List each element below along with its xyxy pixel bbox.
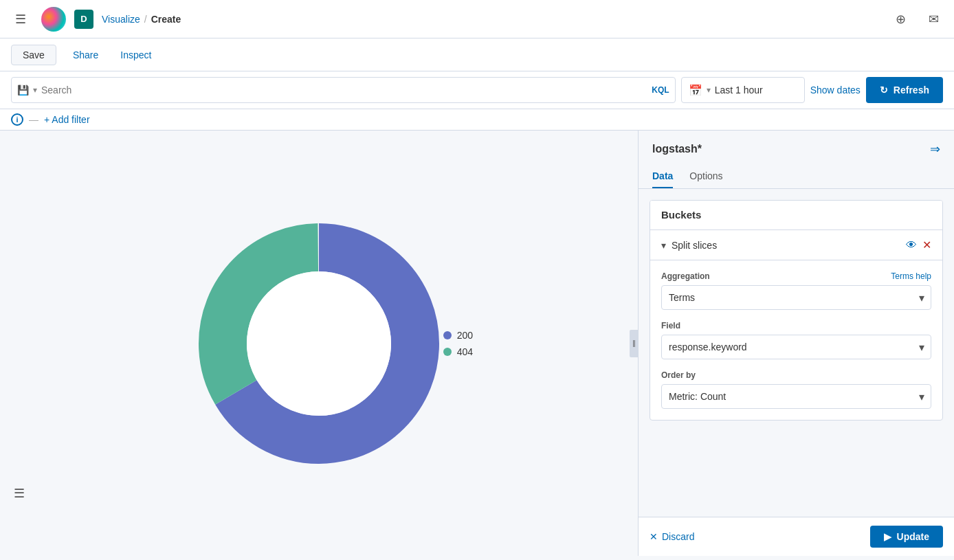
tab-options[interactable]: Options bbox=[689, 165, 722, 188]
time-picker[interactable]: 📅 ▾ Last 1 hour bbox=[681, 77, 805, 103]
panel-body: Buckets ▾ Split slices 👁 ✕ Aggregation bbox=[639, 189, 954, 517]
mail-icon-button[interactable]: ✉ bbox=[921, 7, 946, 32]
add-filter-row: i — + Add filter bbox=[0, 109, 954, 131]
order-by-label: Order by bbox=[661, 370, 931, 380]
info-icon[interactable]: i bbox=[11, 113, 23, 126]
legend-item: 200 bbox=[443, 330, 473, 341]
form-section: Aggregation Terms help Terms Field bbox=[650, 260, 942, 420]
panel-tabs: Data Options bbox=[639, 165, 954, 189]
tab-data[interactable]: Data bbox=[652, 165, 673, 188]
toolbar: Save Share Inspect bbox=[0, 38, 954, 71]
aggregation-select[interactable]: Terms bbox=[661, 285, 931, 310]
split-slices-label: Split slices bbox=[672, 240, 900, 251]
query-bar: 💾 ▾ KQL bbox=[11, 77, 676, 103]
chart-legend: 200 404 bbox=[443, 330, 473, 357]
top-navigation: ☰ D Visualize / Create ⊕ ✉ bbox=[0, 0, 954, 38]
order-by-select-wrapper: Metric: Count bbox=[661, 384, 931, 409]
show-dates-button[interactable]: Show dates bbox=[810, 85, 861, 96]
field-select[interactable]: response.keyword bbox=[661, 335, 931, 359]
mail-icon: ✉ bbox=[929, 12, 939, 27]
hamburger-menu-button[interactable]: ☰ bbox=[8, 7, 33, 32]
aggregation-row-header: Aggregation Terms help bbox=[661, 271, 931, 281]
main-content: 200 404 ‖ ☰ logstash* ⇒ Data Options Buc bbox=[0, 131, 954, 556]
terms-help-link[interactable]: Terms help bbox=[891, 271, 931, 281]
kibana-logo bbox=[41, 7, 66, 32]
update-button[interactable]: ▶ Update bbox=[870, 526, 943, 548]
filter-bar: 💾 ▾ KQL 📅 ▾ Last 1 hour Show dates ↻ Ref… bbox=[0, 71, 954, 109]
breadcrumb: Visualize / Create bbox=[102, 14, 181, 25]
refresh-button[interactable]: ↻ Refresh bbox=[866, 77, 943, 103]
donut-chart bbox=[181, 206, 456, 481]
split-chevron-icon[interactable]: ▾ bbox=[661, 240, 666, 251]
legend-label-404: 404 bbox=[457, 346, 473, 357]
split-slices-row: ▾ Split slices 👁 ✕ bbox=[650, 230, 942, 260]
breadcrumb-separator: / bbox=[144, 14, 147, 25]
aggregation-field: Aggregation Terms help Terms bbox=[661, 271, 931, 310]
legend-dot-200 bbox=[443, 331, 452, 339]
discard-icon: ✕ bbox=[650, 531, 658, 542]
order-by-select[interactable]: Metric: Count bbox=[661, 384, 931, 409]
panel-footer: ✕ Discard ▶ Update bbox=[639, 517, 954, 556]
time-picker-label: Last 1 hour bbox=[715, 85, 797, 96]
help-icon-button[interactable]: ⊕ bbox=[888, 7, 913, 32]
refresh-icon: ↻ bbox=[880, 85, 888, 96]
help-icon: ⊕ bbox=[896, 12, 906, 27]
visualize-breadcrumb-link[interactable]: Visualize bbox=[102, 14, 140, 25]
buckets-title: Buckets bbox=[661, 209, 701, 221]
donut-svg bbox=[181, 206, 456, 481]
donut-hole bbox=[247, 271, 391, 416]
user-avatar: D bbox=[74, 10, 93, 29]
inspect-button[interactable]: Inspect bbox=[115, 47, 157, 63]
buckets-header: Buckets bbox=[650, 201, 942, 230]
add-filter-button[interactable]: + Add filter bbox=[44, 114, 90, 125]
save-query-chevron[interactable]: ▾ bbox=[33, 85, 37, 95]
save-button[interactable]: Save bbox=[11, 45, 56, 65]
panel-header: logstash* ⇒ bbox=[639, 131, 954, 157]
kql-badge[interactable]: KQL bbox=[652, 85, 669, 95]
calendar-icon: 📅 bbox=[689, 84, 702, 97]
chart-area: 200 404 ‖ ☰ bbox=[0, 131, 638, 556]
share-button[interactable]: Share bbox=[67, 47, 104, 63]
field-select-wrapper: response.keyword bbox=[661, 335, 931, 359]
aggregation-select-wrapper: Terms bbox=[661, 285, 931, 310]
legend-dot-404 bbox=[443, 348, 452, 356]
list-icon[interactable]: ☰ bbox=[14, 486, 25, 501]
create-breadcrumb: Create bbox=[151, 14, 181, 25]
update-play-icon: ▶ bbox=[884, 531, 891, 542]
filter-dash: — bbox=[29, 114, 38, 125]
buckets-card: Buckets ▾ Split slices 👁 ✕ Aggregation bbox=[650, 200, 943, 421]
order-by-row: Order by Metric: Count bbox=[661, 370, 931, 409]
split-close-icon[interactable]: ✕ bbox=[922, 238, 931, 251]
panel-expand-icon[interactable]: ⇒ bbox=[930, 142, 940, 157]
right-panel: logstash* ⇒ Data Options Buckets ▾ Split… bbox=[638, 131, 954, 556]
time-picker-chevron: ▾ bbox=[707, 85, 711, 95]
save-query-icon: 💾 bbox=[17, 85, 29, 96]
legend-item: 404 bbox=[443, 346, 473, 357]
field-row: Field response.keyword bbox=[661, 321, 931, 359]
panel-collapse-handle[interactable]: ‖ bbox=[630, 330, 638, 357]
field-label: Field bbox=[661, 321, 931, 331]
split-eye-icon[interactable]: 👁 bbox=[906, 239, 917, 251]
panel-title: logstash* bbox=[652, 143, 702, 155]
discard-button[interactable]: ✕ Discard bbox=[650, 531, 694, 542]
legend-label-200: 200 bbox=[457, 330, 473, 341]
search-input[interactable] bbox=[41, 85, 647, 96]
aggregation-label: Aggregation bbox=[661, 271, 710, 281]
